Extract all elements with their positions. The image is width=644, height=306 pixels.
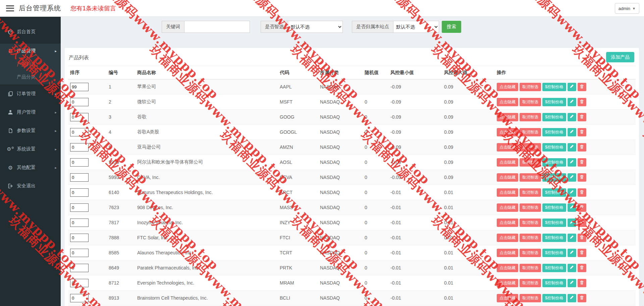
sort-input[interactable] xyxy=(70,143,89,151)
control-price-button[interactable]: $控制价格 xyxy=(542,143,566,151)
control-price-button[interactable]: $控制价格 xyxy=(542,203,566,212)
hide-button[interactable]: 点击隐藏 xyxy=(497,188,518,197)
sidebar-item-4[interactable]: 参数设置 ▸ xyxy=(0,124,61,137)
hide-button[interactable]: 点击隐藏 xyxy=(497,158,518,167)
site-select[interactable]: 默认不选 xyxy=(393,21,439,33)
control-price-button[interactable]: $控制价格 xyxy=(542,83,566,91)
user-menu[interactable]: admin ▼ xyxy=(615,3,639,14)
delete-button[interactable] xyxy=(578,203,586,212)
edit-button[interactable] xyxy=(568,158,576,167)
edit-button[interactable] xyxy=(568,249,576,257)
delete-button[interactable] xyxy=(578,113,586,121)
cancel-smart-button[interactable]: 取消智选 xyxy=(520,158,541,167)
control-price-button[interactable]: $控制价格 xyxy=(542,264,566,272)
hide-button[interactable]: 点击隐藏 xyxy=(497,219,518,227)
control-price-button[interactable]: $控制价格 xyxy=(542,188,566,197)
delete-button[interactable] xyxy=(578,143,586,151)
edit-button[interactable] xyxy=(568,203,576,212)
sort-input[interactable] xyxy=(70,234,89,242)
unread-message-link[interactable]: 您有1条未读留言 xyxy=(70,4,116,12)
cancel-smart-button[interactable]: 取消智选 xyxy=(520,143,541,151)
sort-input[interactable] xyxy=(70,219,89,227)
sort-input[interactable] xyxy=(70,294,89,302)
delete-button[interactable] xyxy=(578,249,586,257)
edit-button[interactable] xyxy=(568,98,576,106)
cancel-smart-button[interactable]: 取消智选 xyxy=(520,279,541,287)
control-price-button[interactable]: $控制价格 xyxy=(542,294,566,302)
control-price-button[interactable]: $控制价格 xyxy=(542,249,566,257)
search-button[interactable]: 搜索 xyxy=(442,21,461,33)
sort-input[interactable] xyxy=(70,113,89,121)
sort-input[interactable] xyxy=(70,158,89,167)
sidebar-item-3[interactable]: 用户管理 ▸ xyxy=(0,106,61,119)
hide-button[interactable]: 点击隐藏 xyxy=(497,294,518,302)
keyword-input[interactable] xyxy=(184,21,250,33)
hide-button[interactable]: 点击隐藏 xyxy=(497,98,518,106)
sidebar-item-5[interactable]: ⚙⚙ 系统设置 ▸ xyxy=(0,142,61,156)
cancel-smart-button[interactable]: 取消智选 xyxy=(520,203,541,212)
hide-button[interactable]: 点击隐藏 xyxy=(497,234,518,242)
control-price-button[interactable]: $控制价格 xyxy=(542,173,566,182)
smart-select[interactable]: 默认不选 xyxy=(288,21,343,33)
delete-button[interactable] xyxy=(578,264,586,272)
edit-button[interactable] xyxy=(568,234,576,242)
edit-button[interactable] xyxy=(568,143,576,151)
cancel-smart-button[interactable]: 取消智选 xyxy=(520,249,541,257)
edit-button[interactable] xyxy=(568,279,576,287)
edit-button[interactable] xyxy=(568,219,576,227)
cancel-smart-button[interactable]: 取消智选 xyxy=(520,294,541,302)
sort-input[interactable] xyxy=(70,173,89,182)
sidebar-item-6[interactable]: ⚙ 其他配置 ▸ xyxy=(0,161,61,174)
edit-button[interactable] xyxy=(568,83,576,91)
control-price-button[interactable]: $控制价格 xyxy=(542,219,566,227)
delete-button[interactable] xyxy=(578,188,586,197)
sidebar-item-1[interactable]: Ƀ 产品管理 ▸ xyxy=(0,44,61,58)
delete-button[interactable] xyxy=(578,279,586,287)
cancel-smart-button[interactable]: 取消智选 xyxy=(520,219,541,227)
control-price-button[interactable]: $控制价格 xyxy=(542,128,566,136)
edit-button[interactable] xyxy=(568,294,576,302)
delete-button[interactable] xyxy=(578,294,586,302)
hide-button[interactable]: 点击隐藏 xyxy=(497,249,518,257)
delete-button[interactable] xyxy=(578,219,586,227)
sort-input[interactable] xyxy=(70,279,89,287)
sidebar-item-7[interactable]: 安全退出 xyxy=(0,179,61,193)
sort-input[interactable] xyxy=(70,203,89,212)
cancel-smart-button[interactable]: 取消智选 xyxy=(520,173,541,182)
edit-button[interactable] xyxy=(568,173,576,182)
hide-button[interactable]: 点击隐藏 xyxy=(497,264,518,272)
cancel-smart-button[interactable]: 取消智选 xyxy=(520,113,541,121)
sidebar-item-0[interactable]: 后台首页 xyxy=(0,25,61,39)
delete-button[interactable] xyxy=(578,173,586,182)
cancel-smart-button[interactable]: 取消智选 xyxy=(520,128,541,136)
sidebar-subitem-1[interactable]: 产品分类 xyxy=(0,71,61,83)
cancel-smart-button[interactable]: 取消智选 xyxy=(520,83,541,91)
sort-input[interactable] xyxy=(70,128,89,136)
hide-button[interactable]: 点击隐藏 xyxy=(497,173,518,182)
hide-button[interactable]: 点击隐藏 xyxy=(497,113,518,121)
edit-button[interactable] xyxy=(568,128,576,136)
cancel-smart-button[interactable]: 取消智选 xyxy=(520,188,541,197)
edit-button[interactable] xyxy=(568,264,576,272)
sort-input[interactable] xyxy=(70,249,89,257)
sort-input[interactable] xyxy=(70,188,89,197)
sidebar-item-2[interactable]: 订单管理 ▸ xyxy=(0,87,61,101)
hide-button[interactable]: 点击隐藏 xyxy=(497,143,518,151)
control-price-button[interactable]: $控制价格 xyxy=(542,113,566,121)
control-price-button[interactable]: $控制价格 xyxy=(542,98,566,106)
sort-input[interactable] xyxy=(70,98,89,106)
add-product-button[interactable]: 添加产品 xyxy=(606,52,634,62)
hide-button[interactable]: 点击隐藏 xyxy=(497,279,518,287)
sidebar-subitem-0[interactable]: 产品列表 xyxy=(0,58,61,71)
delete-button[interactable] xyxy=(578,234,586,242)
control-price-button[interactable]: $控制价格 xyxy=(542,158,566,167)
control-price-button[interactable]: $控制价格 xyxy=(542,234,566,242)
hide-button[interactable]: 点击隐藏 xyxy=(497,128,518,136)
edit-button[interactable] xyxy=(568,113,576,121)
sort-input[interactable] xyxy=(70,264,89,272)
delete-button[interactable] xyxy=(578,158,586,167)
hide-button[interactable]: 点击隐藏 xyxy=(497,203,518,212)
delete-button[interactable] xyxy=(578,128,586,136)
cancel-smart-button[interactable]: 取消智选 xyxy=(520,98,541,106)
delete-button[interactable] xyxy=(578,98,586,106)
